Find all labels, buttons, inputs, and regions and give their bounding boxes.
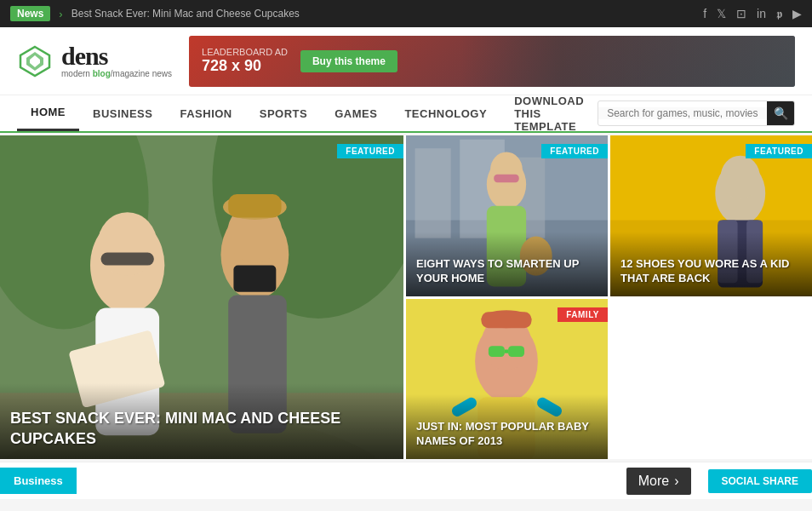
card-badge-featured-3: FEATURED	[746, 144, 812, 158]
card-title-2: EIGHT WAYS TO SMARTEN UP YOUR HOME	[416, 257, 598, 286]
card-title-3: 12 SHOES YOU WORE AS A KID THAT ARE BACK	[620, 257, 802, 286]
svg-point-33	[721, 156, 760, 199]
card-title-overlay-3: 12 SHOES YOU WORE AS A KID THAT ARE BACK	[610, 232, 812, 296]
social-share-button[interactable]: SOCIAL SHARE	[708, 469, 812, 493]
linkedin-icon[interactable]: in	[757, 7, 766, 20]
business-tag[interactable]: Business	[0, 468, 77, 494]
nav-item-technology[interactable]: TECHNOLOGY	[391, 95, 500, 131]
logo-name: dens	[61, 43, 172, 69]
logo-text: dens modern blog/magazine news	[61, 43, 172, 78]
ad-text: LEADERBOARD AD 728 x 90	[202, 47, 288, 75]
ad-buy-button[interactable]: Buy this theme	[300, 50, 397, 72]
facebook-icon[interactable]: f	[703, 7, 706, 20]
more-label: More	[638, 474, 669, 489]
nav-item-sports[interactable]: SPORTS	[246, 95, 321, 131]
svg-rect-21	[415, 148, 451, 238]
nav-item-fashion[interactable]: FASHION	[166, 95, 245, 131]
featured-section: FEATURED BEST SNACK EVER: MINI MAC AND C…	[0, 135, 812, 459]
card-fashion[interactable]: FEATURED EIGHT WAYS TO SMARTEN UP YOUR H…	[406, 135, 608, 296]
logo-icon	[17, 43, 53, 79]
search-button[interactable]: 🔍	[767, 100, 794, 126]
svg-rect-42	[505, 349, 508, 353]
more-area: More ›	[626, 468, 691, 495]
ad-banner: LEADERBOARD AD 728 x 90 Buy this theme	[189, 36, 795, 87]
nav-item-download[interactable]: DOWNLOAD THIS TEMPLATE	[500, 95, 598, 131]
svg-rect-27	[494, 175, 518, 182]
svg-rect-15	[233, 266, 276, 292]
pinterest-icon[interactable]: 𝖕	[776, 7, 782, 21]
card-badge-family: FAMILY	[558, 307, 608, 322]
card-badge-featured-2: FEATURED	[541, 144, 608, 158]
top-bar-arrow: ›	[59, 8, 62, 20]
nav-search: 🔍	[598, 100, 795, 126]
logo-area: dens modern blog/magazine news	[17, 43, 172, 79]
svg-rect-46	[481, 312, 531, 328]
svg-rect-41	[508, 346, 524, 357]
bottom-bar: Business More › SOCIAL SHARE	[0, 462, 812, 499]
youtube-icon[interactable]: ▶	[792, 7, 802, 20]
svg-rect-17	[228, 194, 281, 217]
card-title-overlay-4: JUST IN: MOST POPULAR BABY NAMES OF 2013	[406, 394, 608, 459]
nav: HOME BUSINESS FASHION SPORTS GAMES TECHN…	[0, 95, 812, 133]
card-shoes[interactable]: FEATURED 12 SHOES YOU WORE AS A KID THAT…	[610, 135, 812, 296]
nav-item-home[interactable]: HOME	[17, 95, 79, 131]
more-button[interactable]: More ›	[626, 468, 691, 495]
nav-item-games[interactable]: GAMES	[321, 95, 391, 131]
svg-point-10	[98, 212, 157, 276]
top-bar-socials: f 𝕏 ⊡ in 𝖕 ▶	[703, 7, 802, 21]
logo-tagline: modern blog/magazine news	[61, 69, 172, 78]
news-tag[interactable]: News	[10, 6, 50, 21]
card-travel[interactable]: FEATURED BEST SNACK EVER: MINI MAC AND C…	[0, 135, 403, 459]
featured-grid: FEATURED BEST SNACK EVER: MINI MAC AND C…	[0, 135, 812, 459]
card-title-1: BEST SNACK EVER: MINI MAC AND CHEESE CUP…	[10, 409, 393, 449]
nav-items: HOME BUSINESS FASHION SPORTS GAMES TECHN…	[17, 95, 598, 131]
instagram-icon[interactable]: ⊡	[736, 7, 746, 20]
card-title-overlay-2: EIGHT WAYS TO SMARTEN UP YOUR HOME	[406, 232, 608, 296]
svg-rect-11	[101, 253, 154, 266]
top-bar-headline: Best Snack Ever: Mini Mac and Cheese Cup…	[71, 8, 695, 20]
card-badge-featured-1: FEATURED	[337, 144, 403, 158]
top-bar: News › Best Snack Ever: Mini Mac and Che…	[0, 0, 812, 27]
ad-label: LEADERBOARD AD	[202, 47, 288, 57]
ad-size: 728 x 90	[202, 57, 288, 75]
svg-point-26	[490, 152, 523, 187]
nav-item-business[interactable]: BUSINESS	[79, 95, 166, 131]
header: dens modern blog/magazine news LEADERBOA…	[0, 27, 812, 95]
ad-image-overlay	[461, 36, 795, 87]
card-title-overlay-1: BEST SNACK EVER: MINI MAC AND CHEESE CUP…	[0, 383, 403, 459]
card-title-4: JUST IN: MOST POPULAR BABY NAMES OF 2013	[416, 420, 598, 449]
twitter-icon[interactable]: 𝕏	[717, 7, 726, 20]
search-input[interactable]	[598, 107, 767, 119]
card-baby[interactable]: FAMILY JUST IN: MOST POPULAR BABY NAMES …	[406, 299, 608, 460]
svg-rect-40	[489, 346, 505, 357]
more-arrow-icon: ›	[674, 474, 678, 489]
